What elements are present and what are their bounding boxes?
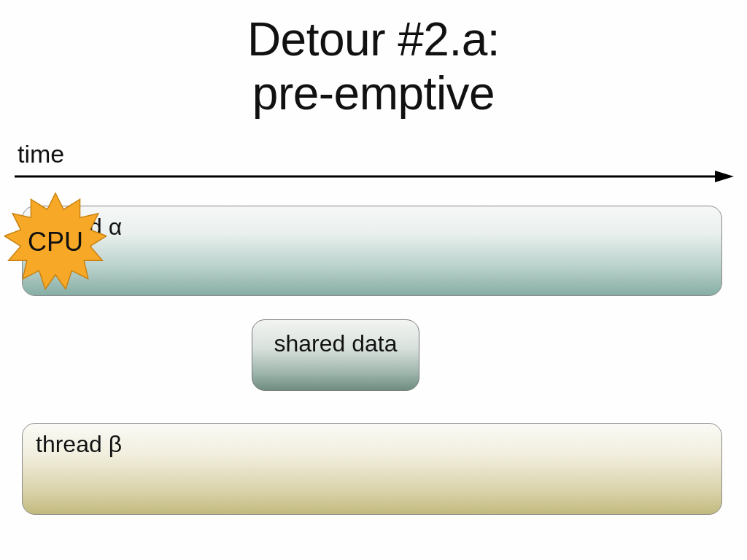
shared-data-block: shared data [252, 319, 419, 391]
title-line-1: Detour #2.a: [247, 13, 500, 66]
cpu-badge: CPU [4, 191, 107, 293]
time-axis-label: time [18, 140, 64, 168]
slide: Detour #2.a: pre-emptive time thread α s… [0, 0, 747, 560]
title-line-2: pre-emptive [252, 67, 495, 120]
thread-alpha-lane: thread α [22, 206, 722, 296]
slide-title: Detour #2.a: pre-emptive [0, 13, 747, 120]
thread-beta-label: thread β [36, 431, 122, 458]
thread-beta-lane: thread β [22, 423, 722, 515]
time-arrow-icon [15, 169, 734, 184]
shared-data-label: shared data [252, 320, 419, 357]
svg-marker-1 [715, 171, 734, 182]
cpu-label: CPU [4, 191, 107, 293]
